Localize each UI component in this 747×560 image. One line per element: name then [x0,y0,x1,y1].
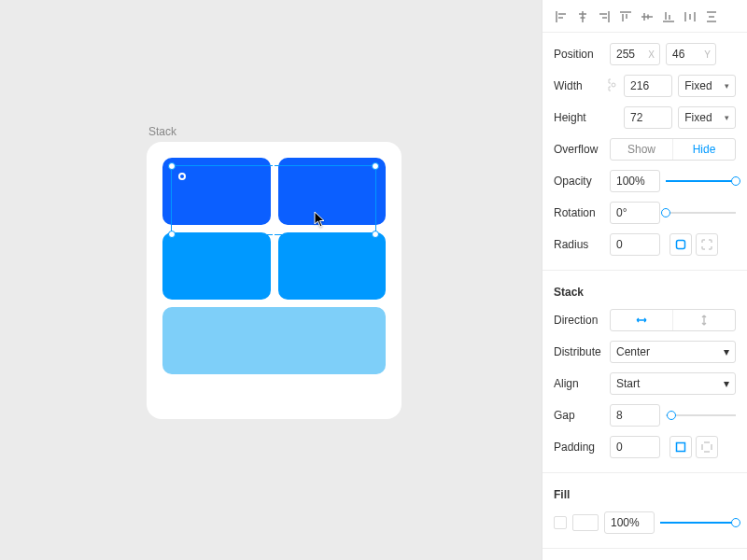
overflow-toggle[interactable]: Show Hide [610,138,736,161]
lock-icon[interactable] [608,77,618,94]
gap-label: Gap [554,409,604,422]
border-section: Border + [543,549,747,560]
stack-section: Stack Direction Distribute Center▾ Align… [543,271,747,473]
width-mode-select[interactable]: Fixed▾ [678,75,736,97]
overflow-hide[interactable]: Hide [672,139,735,160]
rotation-slider[interactable] [666,202,736,224]
position-label: Position [554,48,604,61]
opacity-slider[interactable] [666,170,736,192]
radius-input[interactable]: 0 [610,233,660,256]
fill-opacity-slider[interactable] [660,511,736,534]
align-center-h-icon[interactable] [575,9,590,24]
align-right-icon[interactable] [597,9,612,24]
mouse-cursor [314,211,329,230]
fill-color-swatch[interactable] [572,514,599,531]
layout-section: Position 255X 46Y Width 216 Fixed▾ Heigh… [543,33,747,271]
padding-uniform-icon[interactable] [669,436,692,458]
gap-input[interactable]: 8 [610,404,660,427]
rotation-input[interactable]: 0° [610,202,660,224]
fill-title: Fill [554,479,736,507]
svg-rect-2 [677,443,685,452]
frame-label: Stack [148,125,176,138]
position-x-input[interactable]: 255X [610,43,660,65]
fill-section: Fill 100% [543,473,747,549]
width-input[interactable]: 216 [624,75,672,97]
frame-stack[interactable] [147,142,402,419]
overflow-label: Overflow [554,143,604,156]
alignment-toolbar [543,0,747,33]
opacity-input[interactable]: 100% [610,170,660,192]
height-input[interactable]: 72 [624,106,672,129]
direction-toggle[interactable] [610,309,736,331]
align-left-icon[interactable] [554,9,569,24]
svg-point-0 [612,83,615,87]
direction-label: Direction [554,314,604,327]
align-top-icon[interactable] [618,9,633,24]
stack-row-3 [162,307,386,374]
gap-slider[interactable] [666,404,736,427]
radius-per-corner-icon[interactable] [696,233,718,256]
distribute-h-icon[interactable] [683,9,698,24]
rotation-label: Rotation [554,206,604,219]
svg-rect-1 [677,241,685,249]
padding-input[interactable]: 0 [610,436,660,458]
direction-horizontal-icon[interactable] [611,310,672,330]
distribute-label: Distribute [554,345,604,358]
height-mode-select[interactable]: Fixed▾ [678,106,736,129]
stack-row-2 [162,232,386,300]
layer-tile[interactable] [162,232,271,300]
opacity-label: Opacity [554,175,604,188]
distribute-v-icon[interactable] [704,9,719,24]
fill-opacity-input[interactable]: 100% [604,511,655,534]
radius-label: Radius [554,238,604,251]
direction-vertical-icon[interactable] [672,310,735,330]
padding-per-side-icon[interactable] [696,436,718,458]
layer-tile[interactable] [162,158,271,225]
align-label: Align [554,377,604,390]
overflow-show[interactable]: Show [611,139,672,160]
fill-enabled-checkbox[interactable] [554,516,567,529]
align-select[interactable]: Start▾ [610,372,736,395]
distribute-select[interactable]: Center▾ [610,341,736,363]
layer-tile[interactable] [278,232,387,300]
layer-tile[interactable] [162,307,386,374]
radius-uniform-icon[interactable] [669,233,692,256]
width-label: Width [554,79,602,92]
position-y-input[interactable]: 46Y [666,43,716,65]
align-center-v-icon[interactable] [640,9,655,24]
height-label: Height [554,111,602,124]
layer-tile[interactable] [278,158,387,225]
padding-label: Padding [554,441,604,454]
inspector-panel: Position 255X 46Y Width 216 Fixed▾ Heigh… [542,0,747,560]
stack-row-1 [162,158,386,225]
stack-title: Stack [554,276,736,304]
design-canvas[interactable]: Stack [0,0,542,560]
align-bottom-icon[interactable] [661,9,676,24]
